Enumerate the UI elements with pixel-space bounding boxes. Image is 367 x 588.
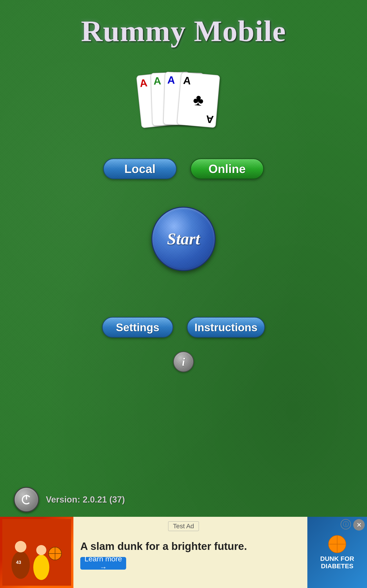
info-icon-area: i (0, 351, 367, 372)
ad-image: 43 (0, 517, 73, 588)
start-area: Start (0, 207, 367, 271)
svg-point-5 (33, 555, 49, 580)
cards-stack: A ♥ A A ♣ A A ♦ A A ♣ A (139, 71, 228, 129)
instructions-button[interactable]: Instructions (187, 317, 265, 338)
ad-photo: 43 (2, 519, 71, 586)
ad-logo-text: DUNK FORDIABETES (320, 555, 354, 570)
ad-test-label: Test Ad (168, 521, 199, 531)
settings-button[interactable]: Settings (102, 317, 173, 338)
ad-logo-icon (328, 535, 346, 553)
info-icon-button[interactable]: i (173, 351, 194, 372)
bottom-buttons: Settings Instructions (0, 317, 367, 338)
svg-point-4 (15, 541, 26, 552)
card-clubs: A ♣ A (177, 72, 220, 128)
app-title: Rummy Mobile (0, 0, 367, 48)
svg-point-6 (36, 545, 46, 555)
card-suit-center: ♣ (181, 90, 216, 109)
power-button[interactable] (14, 487, 39, 512)
version-text: Version: 2.0.21 (37) (46, 495, 125, 505)
ad-learn-more-button[interactable]: Learn more → (80, 557, 126, 570)
start-button[interactable]: Start (151, 207, 216, 271)
ad-close-button[interactable]: ✕ (353, 519, 365, 531)
cards-display: A ♥ A A ♣ A A ♦ A A ♣ A (0, 71, 367, 129)
ad-headline: A slam dunk for a brighter future. (80, 540, 300, 552)
svg-point-3 (11, 551, 30, 579)
mode-buttons: Local Online (0, 158, 367, 179)
online-button[interactable]: Online (190, 158, 264, 179)
info-icon-label: i (182, 355, 185, 368)
ad-content: Test Ad A slam dunk for a brighter futur… (73, 517, 307, 588)
svg-text:43: 43 (16, 560, 21, 565)
ad-info-button[interactable]: ⓘ (341, 519, 351, 529)
power-icon (20, 493, 33, 506)
card-rank-bottom: A (206, 114, 214, 125)
ad-banner: 43 Test Ad A slam dunk for a brighter fu… (0, 517, 367, 588)
bottom-bar: Version: 2.0.21 (37) (0, 487, 367, 512)
local-button[interactable]: Local (103, 158, 177, 179)
card-rank-top: A (183, 75, 217, 88)
